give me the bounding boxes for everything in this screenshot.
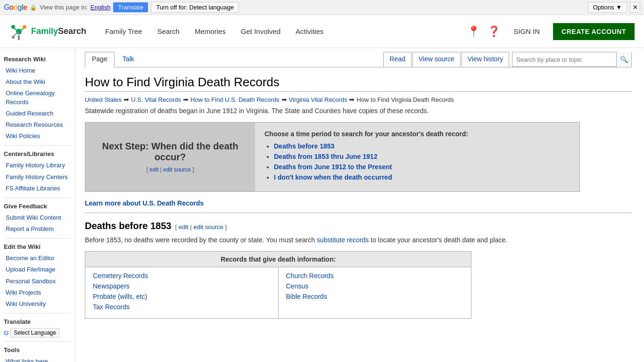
list-item: Deaths before 1853 <box>274 142 570 150</box>
sidebar-wiki-projects[interactable]: Wiki Projects <box>4 288 71 298</box>
sidebar-online-genealogy[interactable]: Online Genealogy Records <box>4 88 71 107</box>
sidebar-fs-affiliate-libraries[interactable]: FS Affiliate Libraries <box>4 183 71 194</box>
sidebar-wiki-policies[interactable]: Wiki Policies <box>4 131 71 141</box>
sidebar-divider-2 <box>4 197 71 198</box>
church-records-link[interactable]: Church Records <box>286 272 464 280</box>
create-account-button[interactable]: CREATE ACCOUNT <box>553 23 635 40</box>
translate-button[interactable]: Translate <box>113 2 148 12</box>
main-nav: Family Tree Search Memories Get Involved… <box>98 15 467 48</box>
section1-edit-link[interactable]: edit <box>179 223 189 230</box>
substitute-records-link[interactable]: substitute records <box>317 236 369 244</box>
sign-in-button[interactable]: SIGN IN <box>508 25 545 38</box>
sidebar-wiki-home[interactable]: Wiki Home <box>4 66 71 76</box>
turn-off-button[interactable]: Turn off for: Detect language <box>151 2 239 13</box>
deaths-1853-link[interactable]: Deaths from 1853 thru June 1912 <box>274 153 377 160</box>
sidebar-what-links-here[interactable]: What links here <box>4 356 71 362</box>
deaths-1912-link[interactable]: Deaths from June 1912 to the Present <box>274 163 392 171</box>
sidebar-family-history-library[interactable]: Family History Library <box>4 160 71 171</box>
section1-edit-source-link[interactable]: edit source <box>193 223 223 230</box>
translate-title: Translate <box>4 318 71 325</box>
breadcrumb-arrow-2: ➡ <box>183 96 189 103</box>
header-right: 📍 ❓ SIGN IN CREATE ACCOUNT <box>467 23 635 40</box>
sidebar-personal-sandbox[interactable]: Personal Sandbox <box>4 276 71 287</box>
translate-bar: Google 🔒 View this page in: English Tran… <box>0 0 644 15</box>
options-button[interactable]: Options ▼ <box>588 2 627 13</box>
info-box-left: Next Step: When did the death occur? [ e… <box>85 123 255 191</box>
wiki-search-input[interactable] <box>512 54 616 65</box>
svg-rect-0 <box>18 35 20 40</box>
learn-more-link[interactable]: Learn more about U.S. Death Records <box>85 199 632 213</box>
breadcrumb-vital-records[interactable]: U.S. Vital Records <box>131 96 181 103</box>
sidebar-research-resources[interactable]: Research Resources <box>4 120 71 130</box>
sidebar-divider-5 <box>4 341 71 342</box>
tab-view-source[interactable]: View source <box>413 52 461 67</box>
help-icon[interactable]: ❓ <box>487 25 500 38</box>
list-item: Deaths from June 1912 to the Present <box>274 163 570 171</box>
nav-memories[interactable]: Memories <box>187 15 233 48</box>
sidebar-upload-file[interactable]: Upload File/Image <box>4 264 71 275</box>
newspapers-link[interactable]: Newspapers <box>93 282 271 290</box>
centers-libraries-title: Centers/Libraries <box>4 150 71 157</box>
death-period-list: Deaths before 1853 Deaths from 1853 thru… <box>264 142 570 181</box>
records-table-header: Records that give death information: <box>85 252 471 267</box>
deaths-unknown-link[interactable]: I don't know when the death occurred <box>274 173 392 181</box>
choose-title: Choose a time period to search for your … <box>264 130 570 138</box>
section1-text: Before 1853, no deaths were recorded by … <box>85 236 632 244</box>
nav-family-tree[interactable]: Family Tree <box>98 15 149 48</box>
cemetery-records-link[interactable]: Cemetery Records <box>93 272 271 280</box>
sidebar-family-history-centers[interactable]: Family History Centers <box>4 172 71 182</box>
breadcrumb-us-death-records[interactable]: How to Find U.S. Death Records <box>190 96 280 103</box>
logo-text: FamilySearch <box>31 26 86 36</box>
tools-title: Tools <box>4 346 71 354</box>
breadcrumb-us[interactable]: United States <box>85 96 122 103</box>
breadcrumb-current: How to Find Virginia Death Records <box>356 96 454 103</box>
breadcrumb-virginia-vital[interactable]: Virginia Vital Records <box>289 96 347 103</box>
tab-view-history[interactable]: View history <box>462 52 509 67</box>
sidebar-guided-research[interactable]: Guided Research <box>4 108 71 119</box>
edit-link[interactable]: edit <box>149 166 158 173</box>
list-item: I don't know when the death occurred <box>274 173 570 181</box>
nav-activities[interactable]: Activities <box>288 15 331 48</box>
records-table-body: Cemetery Records Newspapers Probate (wil… <box>85 267 471 318</box>
tab-talk[interactable]: Talk <box>116 52 141 67</box>
bible-records-link[interactable]: Bible Records <box>286 293 464 300</box>
records-col-1: Cemetery Records Newspapers Probate (wil… <box>85 267 279 318</box>
tab-read[interactable]: Read <box>383 52 411 67</box>
view-page-text: View this page in: <box>40 4 88 11</box>
wiki-search-button[interactable]: 🔍 <box>616 52 631 67</box>
probate-link[interactable]: Probate (wills, etc) <box>93 293 271 300</box>
nav-search[interactable]: Search <box>149 15 187 48</box>
records-table: Records that give death information: Cem… <box>85 251 471 319</box>
tab-page[interactable]: Page <box>85 52 115 67</box>
select-language-button[interactable]: Select Language <box>10 328 59 337</box>
nav-get-involved[interactable]: Get Involved <box>233 15 288 48</box>
intro-text: Statewide registration of deaths began i… <box>85 107 632 115</box>
give-feedback-title: Give Feedback <box>4 203 71 210</box>
tabs-bar: Page Talk Read View source View history … <box>85 48 632 67</box>
page-title: How to Find Virginia Death Records <box>85 75 632 92</box>
breadcrumb-arrow-4: ➡ <box>349 96 355 103</box>
familysearch-logo-icon <box>9 22 28 41</box>
sidebar-become-editor[interactable]: Become an Editor <box>4 253 71 263</box>
sidebar-submit-wiki[interactable]: Submit Wiki Content <box>4 213 71 223</box>
breadcrumb-arrow-3: ➡ <box>281 96 287 103</box>
tax-records-link[interactable]: Tax Records <box>93 303 271 311</box>
google-g-icon: G <box>4 329 8 337</box>
sidebar-about-wiki[interactable]: About the Wiki <box>4 77 71 87</box>
section1-edit-links: [ edit | edit source ] <box>175 223 227 230</box>
sidebar-wiki-university[interactable]: Wiki University <box>4 299 71 309</box>
sidebar-divider-4 <box>4 313 71 313</box>
location-icon[interactable]: 📍 <box>467 25 480 38</box>
deaths-before-1853-link[interactable]: Deaths before 1853 <box>274 142 334 150</box>
census-link[interactable]: Census <box>286 282 464 290</box>
edit-source-link[interactable]: edit source <box>163 166 191 173</box>
research-wiki-title: Research Wiki <box>4 56 71 63</box>
language-select[interactable]: English <box>91 4 111 11</box>
sidebar-report-problem[interactable]: Report a Problem <box>4 224 71 234</box>
breadcrumb: United States ➡ U.S. Vital Records ➡ How… <box>85 96 632 103</box>
sidebar-divider-3 <box>4 238 71 239</box>
close-button[interactable]: ✕ <box>630 2 640 13</box>
section1-title: Deaths before 1853 <box>85 221 171 231</box>
logo-link[interactable]: FamilySearch <box>9 22 86 41</box>
edit-wiki-title: Edit the Wiki <box>4 243 71 250</box>
